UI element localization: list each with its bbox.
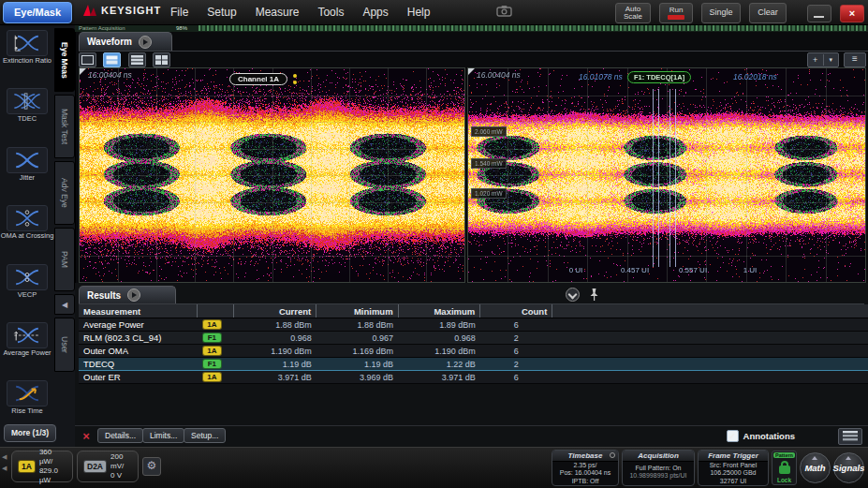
signals-button[interactable]: Signals — [833, 452, 864, 483]
minimize-button[interactable] — [807, 5, 831, 22]
table-row-outer-er[interactable]: Outer ER 1A 3.971 dB 3.969 dB 3.971 dB 6 — [79, 371, 868, 384]
table-row-average-power[interactable]: Average Power 1A 1.88 dBm 1.88 dBm 1.89 … — [79, 318, 868, 332]
waveform-play-icon[interactable] — [139, 36, 152, 49]
results-collapse-chevron[interactable] — [566, 288, 580, 302]
limits-button[interactable]: Limits... — [142, 428, 184, 443]
tab-eye-meas[interactable]: Eye Meas — [54, 28, 75, 92]
tab-adv-eye[interactable]: Adv Eye — [54, 161, 75, 225]
timebase-status-box[interactable]: Timebase 2.35 ps/ Pos: 16.00404 ns IPTB:… — [552, 450, 619, 486]
sidebar-item-oma-at-crossing[interactable]: OMA at Crossing — [0, 205, 54, 241]
eye-diagram-channel-1a[interactable]: 16.00404 ns Channel 1A — [79, 67, 465, 283]
signal-scroll-arrows[interactable]: ◀ ◀ — [2, 453, 7, 472]
menu-apps[interactable]: Apps — [362, 6, 388, 19]
frame-trigger-status-box[interactable]: Frame Trigger Src: Front Panel 106.25000… — [698, 450, 769, 486]
eye-diagram-canvas-left[interactable] — [80, 68, 464, 282]
more-measurements-button[interactable]: More (1/3) — [4, 424, 56, 442]
menu-setup[interactable]: Setup — [207, 6, 236, 19]
sidebar-item-average-power[interactable]: Average Power — [0, 322, 54, 358]
results-table: Measurement Current Minimum Maximum Coun… — [79, 304, 868, 384]
source-badge-1a: 1A — [202, 319, 222, 330]
tab-user[interactable]: User — [54, 318, 75, 372]
zoom-plus-icon[interactable]: + — [808, 54, 824, 66]
sidebar-collapse-chevron[interactable]: ◀ — [54, 294, 75, 315]
menu-measure[interactable]: Measure — [256, 6, 300, 19]
display-menu-button[interactable]: ≡ — [844, 52, 866, 67]
eye-diagram-canvas-right[interactable] — [468, 68, 865, 282]
layout-split-button[interactable] — [103, 52, 121, 67]
oma-at-crossing-icon — [11, 209, 43, 228]
keysight-spark-icon — [82, 4, 97, 17]
math-button[interactable]: Math — [800, 452, 831, 483]
menu-help[interactable]: Help — [407, 6, 431, 19]
zoom-dropdown-icon[interactable]: ▾ — [824, 54, 839, 66]
table-row-rlm[interactable]: RLM (802.3 CL_94) F1 0.968 0.967 0.968 2 — [79, 332, 868, 345]
channel-marker-dots — [293, 74, 297, 87]
ui-label-0: 0 UI — [569, 266, 583, 274]
layout-single-button[interactable] — [79, 52, 96, 67]
tab-pam[interactable]: PAM — [54, 228, 75, 291]
rise-time-icon — [11, 384, 43, 403]
annotations-toggle[interactable]: ✓ Annotations — [727, 430, 795, 442]
eye-diagram-tdecq-function[interactable]: 16.00404 ns 16.01078 ns F1: TDECQ[1A] 16… — [467, 67, 866, 283]
sidebar-item-extinction-ratio[interactable]: Extinction Ratio — [0, 30, 54, 66]
acquisition-status-box[interactable]: Acquisition Full Pattern: On 10.98998993… — [622, 450, 695, 486]
channel-1a-chip-badge: 1A — [18, 460, 36, 473]
tdecq-slicer-marker[interactable] — [669, 89, 670, 267]
measurement-sidebar: Extinction Ratio TDEC Jitter OMA at Cros… — [0, 24, 76, 448]
sidebar-item-rise-time[interactable]: Rise Time — [0, 380, 54, 416]
signal-chip-1a[interactable]: 1A 360 µW/829.0 µW — [11, 451, 73, 482]
ui-label-0557: 0.557 UI — [679, 266, 707, 274]
pin-icon[interactable] — [589, 288, 599, 302]
setup-button[interactable]: Setup... — [184, 428, 226, 443]
tdecq-slicer-marker[interactable] — [675, 89, 676, 267]
tdecq-slicer-marker[interactable] — [658, 89, 659, 267]
tdecq-function-badge[interactable]: F1: TDECQ[1A] — [627, 71, 691, 83]
layout-rows-button[interactable] — [128, 52, 146, 67]
tdec-icon — [11, 92, 43, 111]
sidebar-item-vecp[interactable]: VECP — [0, 264, 54, 300]
source-badge-f1: F1 — [202, 333, 222, 343]
results-grid-view-button[interactable] — [838, 428, 862, 445]
channel-d2a-chip-badge: D2A — [83, 460, 107, 473]
title-bar: Eye/Mask KEYSIGHT File Setup Measure Too… — [0, 0, 868, 25]
layout-grid-button[interactable] — [153, 52, 170, 67]
mode-button-eye-mask[interactable]: Eye/Mask — [3, 2, 72, 23]
extinction-ratio-icon — [11, 34, 43, 52]
sidebar-item-tdec[interactable]: TDEC — [0, 88, 54, 124]
single-button[interactable]: Single — [701, 3, 741, 23]
results-header-row: Measurement Current Minimum Maximum Coun… — [79, 304, 868, 318]
source-badge-f1: F1 — [202, 359, 222, 369]
annotations-checkbox[interactable]: ✓ — [727, 430, 739, 442]
ui-label-1: 1 UI — [743, 266, 758, 274]
signal-chip-d2a[interactable]: D2A 200 mV/0 V — [77, 451, 139, 482]
jitter-icon — [11, 151, 43, 170]
screenshot-camera-icon[interactable] — [496, 5, 512, 17]
zoom-split-button[interactable]: + ▾ — [807, 52, 839, 67]
scroll-left-icon[interactable]: ◀ — [2, 453, 7, 461]
sidebar-item-jitter[interactable]: Jitter — [0, 147, 54, 183]
menu-tools[interactable]: Tools — [317, 6, 344, 19]
tab-results[interactable]: Results — [79, 286, 176, 303]
results-footer: × Details... Limits... Setup... ✓ Annota… — [75, 425, 868, 446]
close-button[interactable]: × — [840, 5, 864, 22]
auto-scale-button[interactable]: Auto Scale — [615, 3, 651, 23]
tdecq-slicer-marker[interactable] — [653, 89, 654, 267]
tab-waveform[interactable]: Waveform — [79, 32, 172, 51]
menu-file[interactable]: File — [170, 6, 188, 19]
details-button[interactable]: Details... — [97, 428, 143, 443]
results-play-icon[interactable] — [127, 288, 140, 302]
pattern-lock-indicator[interactable]: Pattern Lock — [772, 451, 797, 485]
flexdca-window: Eye/Mask KEYSIGHT File Setup Measure Too… — [0, 0, 868, 488]
delete-measurement-icon[interactable]: × — [82, 429, 90, 443]
run-state-indicator — [668, 15, 684, 20]
tab-mask-test[interactable]: Mask Test — [54, 95, 75, 158]
channel-1a-badge[interactable]: Channel 1A — [229, 73, 287, 85]
threshold-level-lower: 1.020 mW — [471, 188, 507, 199]
status-bar: ◀ ◀ 1A 360 µW/829.0 µW D2A 200 mV/0 V ⚙ … — [0, 447, 868, 488]
scroll-left-icon[interactable]: ◀ — [2, 465, 7, 472]
signals-settings-gear-icon[interactable]: ⚙ — [142, 457, 161, 476]
table-row-tdecq-selected[interactable]: TDECQ F1 1.19 dB 1.19 dB 1.22 dB 2 — [79, 358, 868, 371]
clear-button[interactable]: Clear — [749, 3, 787, 23]
table-row-outer-oma[interactable]: Outer OMA 1A 1.190 dBm 1.169 dBm 1.190 d… — [79, 345, 868, 358]
run-button[interactable]: Run — [659, 3, 693, 23]
